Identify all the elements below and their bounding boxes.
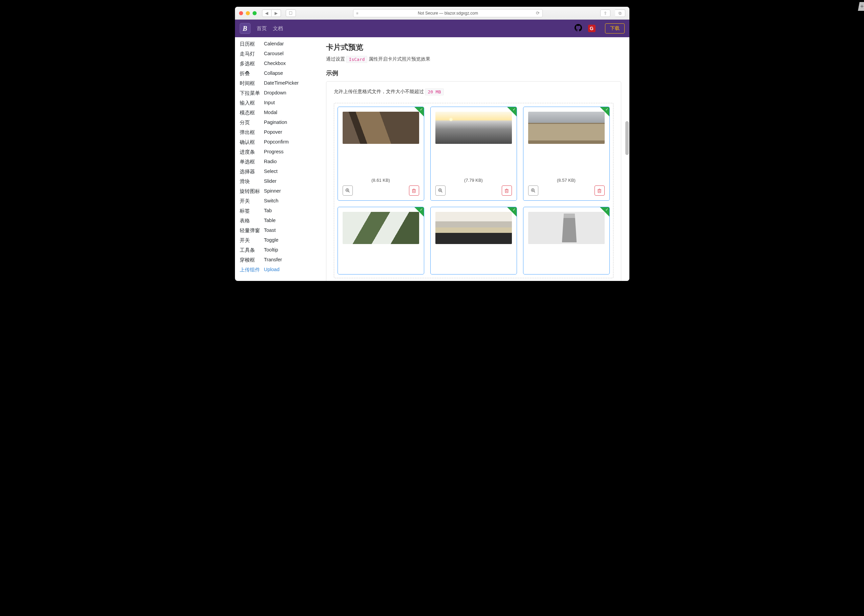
github-icon[interactable] [574,24,582,33]
svg-line-19 [534,191,535,192]
svg-rect-4 [412,190,415,193]
delete-button[interactable] [502,185,512,196]
share-button[interactable]: ⇪ [600,9,611,17]
zoom-button[interactable] [435,185,445,196]
sidebar-item-en: Toggle [264,237,279,244]
content-area: B 首页 文档 G 下载 日历框Calendar走马灯Carousel多选框Ch… [235,20,630,281]
sidebar-item-radio[interactable]: 单选框Radio [235,157,318,167]
svg-line-10 [441,191,442,192]
address-bar[interactable]: ≡ Not Secure — blazor.sdgxgz.com ⟳ [353,9,543,17]
sidebar-item-carousel[interactable]: 走马灯Carousel [235,49,318,59]
thumbnail [435,212,512,244]
check-icon: ✓ [513,107,516,112]
sidebar-item-cn: 确认框 [240,139,264,146]
close-window[interactable] [239,11,243,15]
check-icon: ✓ [605,107,608,112]
section-desc: 通过设置 IsCard 属性开启卡片式照片预览效果 [326,56,621,63]
sidebar-item-en: Slider [264,178,277,185]
sidebar-item-popover[interactable]: 弹出框Popover [235,127,318,137]
main-content: 卡片式预览 通过设置 IsCard 属性开启卡片式照片预览效果 示例 允许上传任… [318,37,630,281]
minimize-window[interactable] [246,11,250,15]
delete-button[interactable] [595,185,605,196]
upload-card: ✓ [523,207,610,275]
sidebar-toggle[interactable]: ☐ [286,9,296,17]
sidebar-item-en: Transfer [264,257,282,263]
sidebar-item-pagination[interactable]: 分页Pagination [235,118,318,127]
svg-line-1 [348,191,349,192]
sidebar-item-datetimepicker[interactable]: 时间框DateTimePicker [235,79,318,88]
nav-buttons: ◀ ▶ [262,9,281,17]
sidebar-item-en: Toast [264,228,276,234]
nav-home[interactable]: 首页 [257,25,267,32]
delete-button[interactable] [409,185,419,196]
zoom-button[interactable] [528,185,538,196]
maximize-window[interactable] [253,11,257,15]
example-box: 允许上传任意格式文件，文件大小不能超过 20 MB ✓(8.61 KB)✓(7.… [326,81,621,281]
tabs-button[interactable]: ⧉ [615,9,625,17]
check-icon: ✓ [605,207,608,212]
upload-card: ✓ [338,207,424,275]
sidebar-item-transfer[interactable]: 穿梭框Transfer [235,255,318,265]
sidebar-item-collapse[interactable]: 折叠Collapse [235,69,318,79]
sidebar-item-toast[interactable]: 轻量弹窗Toast [235,226,318,236]
back-button[interactable]: ◀ [262,9,272,17]
sidebar-item-en: Pagination [264,119,288,126]
scrollbar[interactable] [625,121,629,155]
sidebar-item-en: Progress [264,149,284,156]
sidebar-item-tab[interactable]: 标签Tab [235,206,318,216]
sidebar-item-popconfirm[interactable]: 确认框Popconfirm [235,137,318,147]
sidebar-item-table[interactable]: 表格Table [235,216,318,226]
thumbnail [343,112,419,144]
browser-window: ◀ ▶ ☐ ≡ Not Secure — blazor.sdgxgz.com ⟳… [235,7,630,281]
download-button[interactable]: 下载 [605,24,625,33]
sidebar-item-switch[interactable]: 开关Switch [235,196,318,206]
sidebar-item-en: Radio [264,159,277,165]
sidebar-item-en: Spinner [264,188,281,195]
upload-card: ✓(8.57 KB) [523,107,610,201]
sidebar-item-cn: 选择器 [240,168,264,175]
traffic-lights [239,11,257,15]
upload-card: ✓(7.79 KB) [430,107,517,201]
sidebar-item-cn: 分页 [240,119,264,126]
sidebar-item-cn: 标签 [240,208,264,214]
forward-button[interactable]: ▶ [272,9,281,17]
sidebar-item-calendar[interactable]: 日历框Calendar [235,39,318,49]
sidebar-item-en: Popover [264,129,282,136]
sidebar-item-toggle[interactable]: 开关Toggle [235,236,318,245]
gitee-icon[interactable]: G [588,25,595,32]
card-actions [343,185,419,196]
sidebar-item-cn: 下拉菜单 [240,90,264,96]
sidebar-item-spinner[interactable]: 旋转图标Spinner [235,187,318,196]
sidebar-item-checkbox[interactable]: 多选框Checkbox [235,59,318,69]
sidebar-item-cn: 日历框 [240,41,264,47]
titlebar: ◀ ▶ ☐ ≡ Not Secure — blazor.sdgxgz.com ⟳… [235,7,630,20]
sidebar-item-en: Tooltip [264,247,278,253]
file-size: (8.61 KB) [343,178,419,183]
file-size: (7.79 KB) [435,178,512,183]
sidebar-item-cn: 开关 [240,198,264,204]
sidebar-item-dropdown[interactable]: 下拉菜单Dropdown [235,88,318,98]
zoom-button[interactable] [343,185,353,196]
sidebar-item-en: Input [264,100,275,106]
logo[interactable]: B [240,23,250,34]
sidebar-item-progress[interactable]: 进度条Progress [235,147,318,157]
sidebar-item-slider[interactable]: 滑块Slider [235,177,318,187]
sidebar-item-input[interactable]: 输入框Input [235,98,318,108]
nav-docs[interactable]: 文档 [273,25,283,32]
sidebar-item-upload[interactable]: 上传组件Upload [235,265,318,275]
thumbnail [435,112,512,144]
sidebar-item-cn: 进度条 [240,149,264,156]
sidebar-item-tooltip[interactable]: 工具条Tooltip [235,245,318,255]
svg-rect-22 [598,190,601,193]
sidebar-item-select[interactable]: 选择器Select [235,167,318,177]
sidebar: 日历框Calendar走马灯Carousel多选框Checkbox折叠Colla… [235,37,318,281]
sidebar-item-modal[interactable]: 模态框Modal [235,108,318,118]
section-title: 卡片式预览 [326,42,621,52]
sidebar-item-cn: 单选框 [240,159,264,165]
sidebar-item-cn: 穿梭框 [240,257,264,263]
card-actions [435,185,512,196]
reload-icon[interactable]: ⟳ [536,11,540,16]
sidebar-item-en: Carousel [264,51,284,57]
sidebar-item-cn: 弹出框 [240,129,264,136]
sidebar-item-cn: 多选框 [240,61,264,67]
